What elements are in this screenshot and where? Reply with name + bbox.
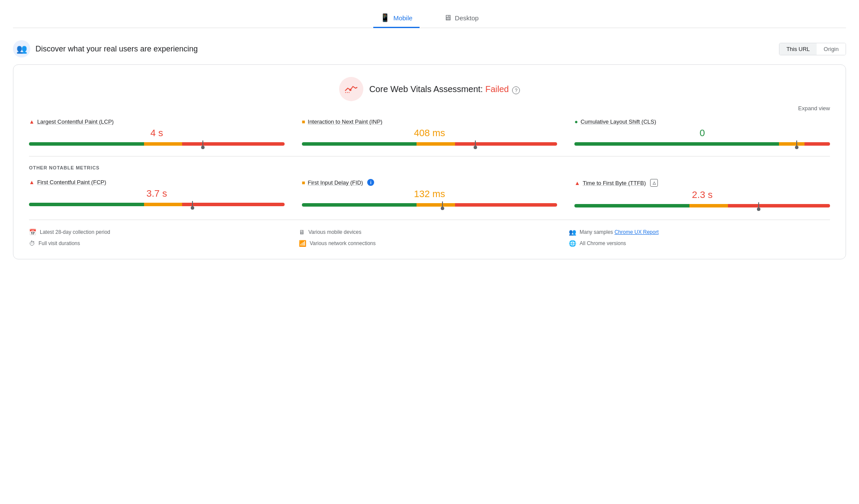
metric-status-icon-cls: ● <box>574 118 578 125</box>
bar-green-cls <box>574 142 779 146</box>
metric-value-cls: 0 <box>574 128 830 139</box>
metric-label-cls[interactable]: Cumulative Layout Shift (CLS) <box>580 118 656 125</box>
metric-label-fcp[interactable]: First Contentful Paint (FCP) <box>37 179 106 185</box>
tabs-bar: 📱 Mobile 🖥 Desktop <box>13 9 846 28</box>
bar-green-ttfb <box>574 204 689 207</box>
bar-needle-lcp <box>202 140 203 147</box>
tab-desktop-label: Desktop <box>455 14 479 22</box>
beta-icon: △ <box>650 179 658 187</box>
cwv-help-icon[interactable]: ? <box>512 86 520 94</box>
metric-bar-cls <box>574 142 830 146</box>
metric-label-lcp[interactable]: Largest Contentful Paint (LCP) <box>37 118 114 125</box>
footer-text-3: Full visit durations <box>38 240 80 246</box>
metric-value-lcp: 4 s <box>29 128 285 139</box>
other-metrics-grid: ▲ First Contentful Paint (FCP) 3.7 s ■ F… <box>29 179 830 207</box>
bar-needle-fcp <box>192 201 193 208</box>
metric-label-row-lcp: ▲ Largest Contentful Paint (LCP) <box>29 118 285 125</box>
bar-red-lcp <box>182 142 284 146</box>
footer-text-5: All Chrome versions <box>580 240 626 246</box>
bar-needle-fid <box>442 201 443 208</box>
expand-view-link[interactable]: Expand view <box>798 105 830 112</box>
metric-label-row-ttfb: ▲ Time to First Byte (TTFB)△ <box>574 179 830 187</box>
cwv-title-row: Core Web Vitals Assessment: Failed ? <box>369 84 520 94</box>
metric-label-row-cls: ● Cumulative Layout Shift (CLS) <box>574 118 830 125</box>
metrics-divider <box>29 156 830 156</box>
bar-green-fid <box>302 203 417 207</box>
metric-status-icon-inp: ■ <box>302 118 305 125</box>
metric-label-ttfb[interactable]: Time to First Byte (TTFB) <box>583 180 646 186</box>
origin-button[interactable]: Origin <box>817 43 846 55</box>
footer-item-0: 📅 Latest 28-day collection period <box>29 229 290 236</box>
footer-item-3: ⏱ Full visit durations <box>29 240 290 247</box>
footer-icon-1: 🖥 <box>299 229 305 236</box>
main-card: Core Web Vitals Assessment: Failed ? Exp… <box>13 64 846 259</box>
bar-red-inp <box>455 142 557 146</box>
metric-inp: ■ Interaction to Next Paint (INP) 408 ms <box>302 118 558 146</box>
metric-bar-inp <box>302 142 558 146</box>
bar-orange-fcp <box>144 203 183 206</box>
metric-status-icon-lcp: ▲ <box>29 118 35 125</box>
bar-needle-cls <box>796 140 797 147</box>
bar-orange-fid <box>417 203 455 207</box>
footer-icon-3: ⏱ <box>29 240 35 247</box>
metric-label-row-fid: ■ First Input Delay (FID)i <box>302 179 558 186</box>
bar-red-fcp <box>182 203 284 206</box>
bar-red-cls <box>805 142 830 146</box>
metric-fid: ■ First Input Delay (FID)i 132 ms <box>302 179 558 207</box>
metric-label-inp[interactable]: Interaction to Next Paint (INP) <box>308 118 383 125</box>
metric-label-row-fcp: ▲ First Contentful Paint (FCP) <box>29 179 285 185</box>
bar-orange-inp <box>417 142 455 146</box>
metric-bar-fid <box>302 203 558 207</box>
metric-value-fcp: 3.7 s <box>29 188 285 199</box>
avatar: 👥 <box>13 40 30 57</box>
this-url-button[interactable]: This URL <box>779 43 817 55</box>
footer-text-4: Various network connections <box>310 240 376 246</box>
bar-green-inp <box>302 142 417 146</box>
svg-point-0 <box>349 89 351 91</box>
header-left: 👥 Discover what your real users are expe… <box>13 40 198 57</box>
footer-item-4: 📶 Various network connections <box>299 240 560 247</box>
footer-icon-0: 📅 <box>29 229 36 236</box>
desktop-icon: 🖥 <box>444 13 452 22</box>
metric-bar-ttfb <box>574 204 830 207</box>
metric-value-fid: 132 ms <box>302 188 558 200</box>
metric-bar-lcp <box>29 142 285 146</box>
page-title: Discover what your real users are experi… <box>35 45 198 54</box>
footer-text-0: Latest 28-day collection period <box>40 229 110 235</box>
cwv-icon <box>339 77 363 101</box>
bar-needle-inp <box>475 140 476 147</box>
metric-label-fid[interactable]: First Input Delay (FID) <box>308 179 363 186</box>
bar-red-fid <box>455 203 557 207</box>
footer-icon-4: 📶 <box>299 240 306 247</box>
footer-icon-2: 👥 <box>569 229 576 236</box>
metric-ttfb: ▲ Time to First Byte (TTFB)△ 2.3 s <box>574 179 830 207</box>
metric-status-icon-fcp: ▲ <box>29 179 35 185</box>
footer-link-2[interactable]: Chrome UX Report <box>615 229 659 235</box>
metric-fcp: ▲ First Contentful Paint (FCP) 3.7 s <box>29 179 285 207</box>
bar-orange-ttfb <box>689 204 728 207</box>
bar-red-ttfb <box>728 204 830 207</box>
footer-text-1: Various mobile devices <box>308 229 362 235</box>
tab-mobile[interactable]: 📱 Mobile <box>373 9 419 28</box>
metric-cls: ● Cumulative Layout Shift (CLS) 0 <box>574 118 830 146</box>
cwv-status: Failed <box>485 84 509 94</box>
metric-bar-fcp <box>29 203 285 206</box>
tab-mobile-label: Mobile <box>393 14 412 22</box>
core-metrics-grid: ▲ Largest Contentful Paint (LCP) 4 s ■ I… <box>29 118 830 146</box>
other-metrics-label: OTHER NOTABLE METRICS <box>29 165 830 170</box>
tab-desktop[interactable]: 🖥 Desktop <box>437 9 486 28</box>
metric-value-inp: 408 ms <box>302 128 558 139</box>
metric-label-row-inp: ■ Interaction to Next Paint (INP) <box>302 118 558 125</box>
page-header: 👥 Discover what your real users are expe… <box>13 40 846 57</box>
bar-needle-ttfb <box>758 202 759 209</box>
footer-icon-5: 🌐 <box>569 240 576 247</box>
expand-view-row: Expand view <box>29 105 830 112</box>
cwv-title-prefix: Core Web Vitals Assessment: <box>369 84 485 94</box>
info-icon: i <box>367 179 374 186</box>
bar-green-fcp <box>29 203 144 206</box>
footer-text-2: Many samples Chrome UX Report <box>580 229 659 235</box>
mobile-icon: 📱 <box>380 13 390 22</box>
bar-orange-lcp <box>144 142 183 146</box>
metric-status-icon-fid: ■ <box>302 179 305 186</box>
footer-item-5: 🌐 All Chrome versions <box>569 240 830 247</box>
